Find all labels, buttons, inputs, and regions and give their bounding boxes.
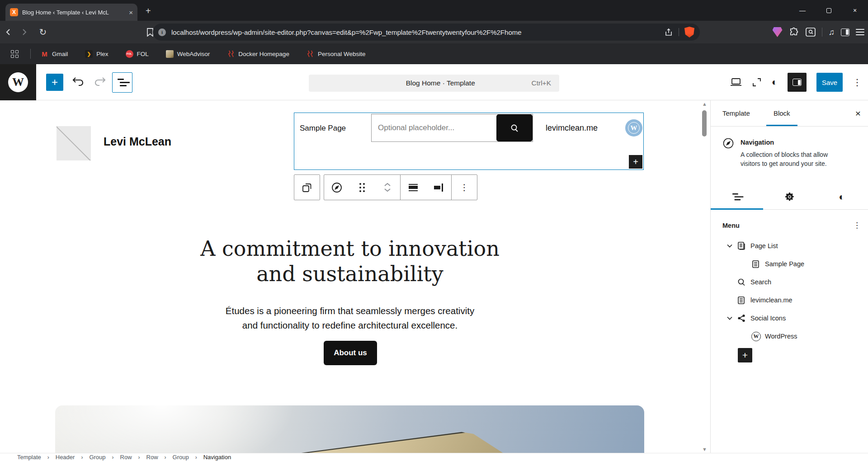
subtab-settings[interactable]	[763, 184, 816, 209]
hero-paragraph[interactable]: Études is a pioneering firm that seamles…	[0, 304, 700, 333]
wordpress-icon: W	[751, 332, 765, 341]
tree-item-social-icons[interactable]: Social Icons	[711, 309, 868, 327]
tree-item-levimclean[interactable]: levimclean.me	[711, 291, 868, 309]
command-palette[interactable]: Blog Home · Template Ctrl+K	[309, 75, 559, 92]
about-us-button[interactable]: About us	[324, 341, 377, 365]
gmail-icon: M	[41, 50, 48, 58]
nav-search-block[interactable]	[371, 114, 533, 142]
social-wordpress-icon[interactable]: W	[625, 119, 642, 136]
new-tab-button[interactable]: +	[146, 6, 151, 15]
undo-button[interactable]	[71, 75, 85, 87]
navigation-block-icon	[722, 137, 734, 169]
brave-rewards-icon[interactable]: 1	[773, 27, 783, 37]
close-sidebar-icon[interactable]: ×	[855, 108, 861, 119]
breadcrumb-item[interactable]: Row	[120, 454, 132, 461]
apps-grid-icon[interactable]	[11, 50, 19, 58]
bookmark-gmail[interactable]: M Gmail	[41, 50, 68, 58]
tab-template[interactable]: Template	[721, 100, 752, 126]
browser-tab[interactable]: X Blog Home ‹ Template ‹ Levi McL ×	[5, 4, 137, 21]
save-button[interactable]: Save	[816, 73, 843, 92]
divider	[679, 28, 679, 36]
share-icon[interactable]	[664, 28, 673, 37]
side-panel-icon[interactable]	[841, 28, 849, 36]
chevron-down-icon[interactable]	[727, 316, 737, 320]
share-icon	[737, 314, 750, 323]
bookmark-personal-website[interactable]: Personal Website	[307, 50, 366, 58]
tab-close-icon[interactable]: ×	[129, 9, 133, 16]
scroll-up-icon[interactable]: ▲	[702, 101, 708, 107]
hero-image[interactable]	[55, 405, 644, 453]
search-block-icon	[737, 278, 750, 287]
window-close-button[interactable]: ×	[842, 0, 868, 21]
nav-custom-link[interactable]: levimclean.me	[546, 123, 598, 133]
scroll-down-icon[interactable]: ▼	[702, 447, 708, 452]
sidebar-search-icon[interactable]	[806, 28, 816, 37]
drag-handle[interactable]	[349, 175, 375, 200]
list-view-button[interactable]	[112, 72, 132, 93]
site-logo-placeholder[interactable]	[57, 126, 91, 160]
nav-page-link[interactable]: Sample Page	[300, 124, 346, 133]
breadcrumb-item[interactable]: Template	[17, 454, 41, 461]
media-control-icon[interactable]: ♫	[829, 28, 835, 37]
brave-shields-icon[interactable]	[684, 27, 694, 38]
breadcrumb-item[interactable]: Row	[146, 454, 158, 461]
address-bar[interactable]: i localhost/wordpress/wp-admin/site-edit…	[153, 24, 700, 41]
navigation-block-icon[interactable]	[324, 175, 349, 200]
breadcrumb-item[interactable]: Group	[173, 454, 189, 461]
bookmark-docker-homepage[interactable]: Docker Homepage	[227, 50, 289, 58]
tree-item-sample-page[interactable]: Sample Page	[711, 255, 868, 273]
building-edge	[55, 405, 644, 453]
view-device-icon[interactable]	[730, 77, 742, 87]
hero-heading[interactable]: A commitment to innovation and sustainab…	[0, 236, 700, 287]
bookmark-webadvisor[interactable]: WebAdvisor	[166, 50, 210, 58]
settings-toggle-button[interactable]	[788, 73, 807, 92]
site-info-icon[interactable]: i	[158, 28, 166, 36]
tab-block[interactable]: Block	[772, 100, 792, 126]
styles-icon[interactable]: ◐	[772, 77, 778, 87]
menu-options-icon[interactable]: ⋮	[853, 221, 861, 230]
bookmark-fol[interactable]: FOL FOL	[126, 50, 149, 58]
browser-menu-icon[interactable]	[856, 29, 864, 35]
chevron-down-icon[interactable]	[727, 244, 737, 248]
tree-item-wordpress[interactable]: W WordPress	[711, 327, 868, 345]
orientation-button[interactable]	[426, 175, 451, 200]
redo-button[interactable]	[93, 75, 107, 87]
zoom-out-icon[interactable]	[752, 77, 762, 87]
block-appender-button[interactable]: +	[629, 155, 642, 169]
breadcrumb-item[interactable]: Header	[56, 454, 75, 461]
bookmark-label: Plex	[96, 51, 108, 57]
canvas-scrollbar[interactable]: ▲ ▼	[702, 101, 708, 452]
navigation-block-selected[interactable]: Sample Page levimclean.me W +	[294, 113, 644, 170]
breadcrumb-item[interactable]: Group	[89, 454, 105, 461]
paragraph-text: Études is a pioneering firm that seamles…	[223, 304, 476, 333]
justification-button[interactable]	[401, 175, 426, 200]
block-inserter-button[interactable]: +	[46, 74, 63, 91]
move-up-down-buttons[interactable]	[375, 175, 400, 200]
scrollbar-thumb[interactable]	[702, 110, 707, 136]
command-shortcut: Ctrl+K	[532, 79, 560, 87]
window-maximize-button[interactable]	[816, 0, 842, 21]
subtab-styles[interactable]: ◐	[816, 184, 868, 209]
window-minimize-button[interactable]: —	[789, 0, 816, 21]
search-submit-button[interactable]	[496, 114, 533, 141]
tree-item-search[interactable]: Search	[711, 273, 868, 291]
extensions-icon[interactable]	[789, 27, 799, 38]
tree-item-label: Social Icons	[750, 315, 786, 322]
back-button[interactable]	[5, 28, 20, 36]
subtab-list-view[interactable]	[711, 184, 763, 209]
search-input[interactable]	[372, 123, 496, 132]
select-parent-button[interactable]	[294, 175, 320, 200]
justify-icon	[409, 184, 418, 191]
block-options-icon[interactable]: ⋮	[452, 175, 477, 200]
url-text[interactable]: localhost/wordpress/wp-admin/site-editor…	[171, 28, 522, 36]
wordpress-logo-button[interactable]: W	[0, 64, 36, 100]
editor-canvas: Levi McLean Sample Page levimclean.me W …	[0, 100, 710, 453]
fol-icon: FOL	[126, 50, 133, 58]
forward-button[interactable]	[20, 28, 35, 36]
tree-item-page-list[interactable]: Page List	[711, 237, 868, 255]
add-block-button[interactable]: +	[738, 348, 752, 362]
reload-button[interactable]: ↻	[35, 27, 51, 38]
editor-options-icon[interactable]: ⋮	[853, 77, 862, 88]
site-title[interactable]: Levi McLean	[104, 135, 171, 148]
bookmark-plex[interactable]: ❯ Plex	[85, 50, 108, 58]
